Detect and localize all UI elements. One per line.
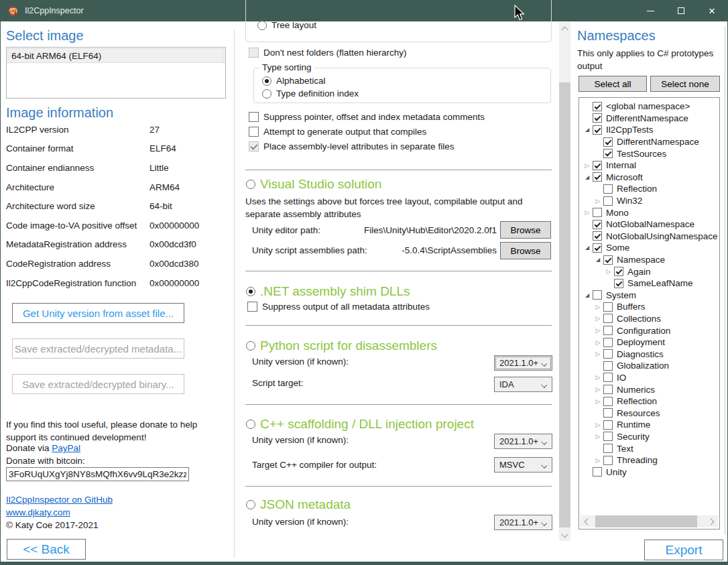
save-metadata-button[interactable]: Save extracted/decrypted metadata... <box>12 338 184 359</box>
attempt-compile-option[interactable]: Attempt to generate output that compiles <box>249 127 426 137</box>
tree-row[interactable]: Some <box>579 242 719 254</box>
namespace-checkbox[interactable] <box>603 137 613 147</box>
tree-row[interactable]: TestSources <box>579 147 719 160</box>
namespace-checkbox[interactable] <box>593 208 602 217</box>
namespace-checkbox[interactable] <box>593 102 602 111</box>
python-script-radio[interactable] <box>246 341 255 351</box>
website-link[interactable]: www.djkaty.com <box>6 507 70 517</box>
namespace-tree[interactable]: <global namespace> DifferentNamespace Il… <box>579 97 720 529</box>
tree-expander-icon[interactable] <box>603 278 614 289</box>
tree-row[interactable]: Resources <box>579 407 719 419</box>
tree-expander-icon[interactable] <box>582 207 593 218</box>
attempt-compile-checkbox[interactable] <box>249 127 259 137</box>
namespace-checkbox[interactable] <box>603 255 613 265</box>
suppress-metadata-attrs-checkbox[interactable] <box>247 302 257 312</box>
script-assemblies-path-value[interactable]: -5.0.4\ScriptAssemblies <box>336 245 497 255</box>
tree-row[interactable]: Namespace <box>579 254 719 266</box>
tree-expander-icon[interactable] <box>593 372 603 383</box>
namespace-checkbox[interactable] <box>614 279 623 288</box>
namespace-checkbox[interactable] <box>603 184 613 194</box>
suppress-comments-checkbox[interactable] <box>249 112 259 122</box>
namespace-checkbox[interactable] <box>603 326 613 335</box>
tree-row[interactable]: Il2CppTests <box>579 124 719 136</box>
namespace-checkbox[interactable] <box>593 231 602 241</box>
tree-row[interactable]: Configuration <box>579 324 719 336</box>
minimize-button[interactable] <box>635 0 666 21</box>
tree-row[interactable]: <global namespace> <box>579 101 719 113</box>
browse-editor-path-button[interactable]: Browse <box>500 221 551 239</box>
image-listbox[interactable]: 64-bit ARM64 (ELF64) <box>6 47 226 99</box>
browse-assemblies-path-button[interactable]: Browse <box>500 242 551 259</box>
github-link[interactable]: Il2CppInspector on GitHub <box>6 495 113 505</box>
python-unity-version-dropdown[interactable]: 2021.1.0+ <box>494 355 552 371</box>
tree-row[interactable]: Internal <box>579 160 719 172</box>
tree-expander-icon[interactable] <box>582 172 593 182</box>
tree-expander-icon[interactable] <box>593 384 603 395</box>
tree-row[interactable]: Text <box>579 442 719 454</box>
cpp-scaffolding-radio[interactable] <box>246 420 255 429</box>
namespace-checkbox[interactable] <box>593 125 602 135</box>
json-metadata-option[interactable]: JSON metadata <box>246 497 351 512</box>
namespace-checkbox[interactable] <box>603 338 613 347</box>
namespace-checkbox[interactable] <box>603 397 613 406</box>
tree-expander-icon[interactable] <box>582 243 593 253</box>
tree-row[interactable]: System <box>579 290 719 302</box>
scroll-up-icon[interactable] <box>559 22 570 34</box>
tree-row[interactable]: SameLeafName <box>579 277 719 290</box>
tree-row[interactable]: Diagnostics <box>579 348 719 360</box>
tree-expander-icon[interactable] <box>603 266 614 277</box>
tree-row[interactable]: Mono <box>579 206 719 218</box>
tree-row[interactable]: Reflection <box>579 395 719 407</box>
vs-solution-option[interactable]: Visual Studio solution <box>246 177 381 192</box>
export-button[interactable]: Export <box>644 540 723 560</box>
tree-horizontal-scrollbar[interactable] <box>581 515 718 527</box>
select-all-button[interactable]: Select all <box>579 76 647 92</box>
maximize-button[interactable] <box>666 0 696 21</box>
shim-dlls-option[interactable]: .NET assembly shim DLLs <box>246 284 410 299</box>
tree-expander-icon[interactable] <box>582 290 593 300</box>
tree-row[interactable]: NotGlobalNamespace <box>579 218 719 231</box>
type-def-index-radio[interactable] <box>262 89 271 99</box>
namespace-checkbox[interactable] <box>603 196 613 206</box>
tree-expander-icon[interactable] <box>593 431 603 442</box>
namespace-checkbox[interactable] <box>593 243 602 253</box>
tree-expander-icon[interactable] <box>593 337 603 348</box>
cpp-unity-version-dropdown[interactable]: 2021.1.0+ <box>494 434 552 449</box>
tree-expander-icon[interactable] <box>593 196 603 206</box>
tree-expander-icon[interactable] <box>593 443 603 454</box>
unity-editor-path-value[interactable]: Files\Unity\Hub\Editor\2020.2.0f1 <box>336 225 497 235</box>
namespace-checkbox[interactable] <box>614 267 623 276</box>
tree-expander-icon[interactable] <box>582 113 593 123</box>
namespace-checkbox[interactable] <box>593 220 602 229</box>
namespace-checkbox[interactable] <box>603 302 613 312</box>
tree-row[interactable]: Deployment <box>579 336 719 349</box>
python-script-option[interactable]: Python script for disassemblers <box>246 338 437 353</box>
namespace-checkbox[interactable] <box>603 385 613 394</box>
tree-expander-icon[interactable] <box>593 349 603 359</box>
tree-row[interactable]: Again <box>579 265 719 277</box>
back-button[interactable]: << Back <box>7 539 86 560</box>
tree-expander-icon[interactable] <box>593 325 603 336</box>
cpp-scaffolding-option[interactable]: C++ scaffolding / DLL injection project <box>246 417 474 432</box>
flatten-option[interactable]: Don't nest folders (flatten hierarchy) <box>249 48 406 58</box>
options-scrollbar[interactable] <box>559 22 570 541</box>
tree-row[interactable]: Security <box>579 431 719 443</box>
tree-row[interactable]: DifferentNamespace <box>579 113 719 125</box>
get-unity-version-button[interactable]: Get Unity version from asset file... <box>12 303 184 323</box>
alphabetical-radio[interactable] <box>262 76 271 86</box>
tree-expander-icon[interactable] <box>582 160 593 171</box>
namespace-checkbox[interactable] <box>593 161 602 170</box>
tree-expander-icon[interactable] <box>582 219 593 230</box>
scroll-down-icon[interactable] <box>559 529 570 541</box>
namespace-checkbox[interactable] <box>593 172 602 182</box>
script-target-dropdown[interactable]: IDA <box>494 377 552 392</box>
tree-expander-icon[interactable] <box>593 137 603 147</box>
tree-expander-icon[interactable] <box>593 148 603 159</box>
type-def-index-option[interactable]: Type definition index <box>262 88 359 99</box>
tree-expander-icon[interactable] <box>593 455 603 466</box>
tree-expander-icon[interactable] <box>582 466 593 477</box>
tree-row[interactable]: Buffers <box>579 301 719 313</box>
tree-row[interactable]: Runtime <box>579 419 719 431</box>
paypal-link[interactable]: PayPal <box>52 443 80 453</box>
json-metadata-radio[interactable] <box>246 500 255 509</box>
